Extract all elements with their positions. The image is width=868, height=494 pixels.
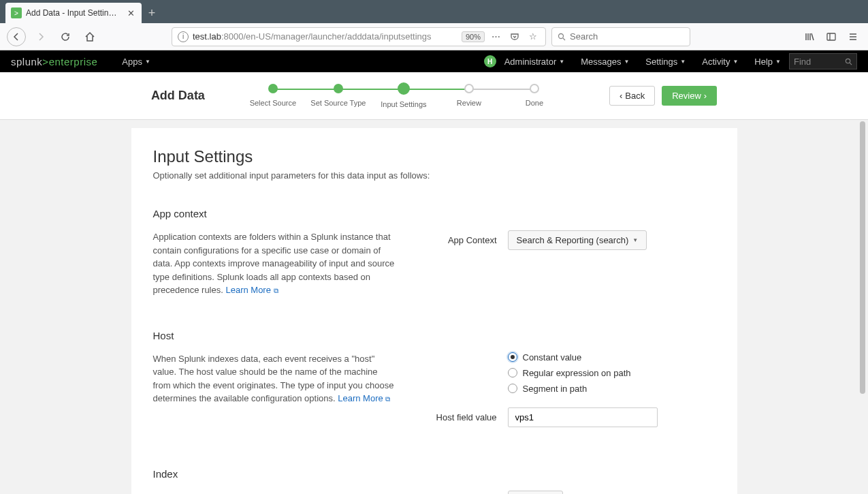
- page-subtext: Optionally set additional input paramete…: [153, 170, 716, 181]
- back-wizard-button[interactable]: ‹Back: [609, 86, 655, 106]
- content-wrapper[interactable]: Input Settings Optionally set additional…: [0, 120, 868, 494]
- user-avatar[interactable]: H: [484, 55, 496, 67]
- radio-icon: [508, 352, 517, 362]
- wizard-steps: Select Source Set Source Type Input Sett…: [240, 84, 567, 108]
- splunk-nav-bar: splunk>enterprise Apps▼ H Administrator▼…: [0, 50, 868, 72]
- section-host: Host When Splunk indexes data, each even…: [153, 330, 716, 435]
- wizard-header: Add Data Select Source Set Source Type I…: [0, 72, 868, 120]
- svg-point-7: [846, 59, 850, 63]
- page-heading: Input Settings: [153, 147, 716, 166]
- administrator-menu[interactable]: Administrator▼: [496, 50, 573, 72]
- scrollbar[interactable]: [860, 121, 867, 401]
- app-context-dropdown[interactable]: Search & Reporting (search)▼: [508, 230, 647, 250]
- svg-point-0: [559, 33, 564, 38]
- app-context-title: App context: [153, 208, 716, 219]
- new-tab-button[interactable]: +: [142, 3, 162, 23]
- help-menu[interactable]: Help▼: [746, 50, 789, 72]
- messages-menu[interactable]: Messages▼: [573, 50, 637, 72]
- radio-icon: [508, 368, 517, 377]
- host-radio-segment[interactable]: Segment in path: [508, 384, 631, 394]
- app-context-learn-more-link[interactable]: Learn More ⧉: [225, 285, 278, 295]
- find-search-icon: [845, 58, 852, 65]
- sidebar-icon[interactable]: [823, 29, 839, 45]
- site-info-icon[interactable]: i: [178, 31, 189, 42]
- search-icon: [558, 33, 566, 41]
- hamburger-menu-icon[interactable]: [845, 29, 861, 45]
- library-icon[interactable]: [801, 29, 818, 45]
- index-dropdown[interactable]: Default▼: [508, 491, 563, 495]
- wizard-title: Add Data: [151, 89, 205, 103]
- back-button[interactable]: [7, 27, 26, 46]
- tab-title: Add Data - Input Settings | Sp: [26, 8, 121, 18]
- step-select-source: Select Source: [240, 84, 306, 107]
- browser-search-input[interactable]: [570, 31, 684, 42]
- host-title: Host: [153, 330, 716, 341]
- find-box[interactable]: Find: [789, 53, 857, 70]
- activity-menu[interactable]: Activity▼: [694, 50, 746, 72]
- review-button[interactable]: Review›: [662, 86, 717, 106]
- settings-menu[interactable]: Settings▼: [637, 50, 694, 72]
- host-learn-more-link[interactable]: Learn More ⧉: [338, 393, 390, 403]
- section-app-context: App context Application contexts are fol…: [153, 208, 716, 297]
- url-bar[interactable]: i test.lab:8000/en-US/manager/launcher/a…: [172, 27, 546, 46]
- svg-line-8: [850, 63, 852, 65]
- browser-search-bar[interactable]: [551, 27, 690, 46]
- content-card: Input Settings Optionally set additional…: [131, 128, 737, 494]
- home-button[interactable]: [80, 27, 99, 46]
- host-radio-constant[interactable]: Constant value: [508, 352, 631, 362]
- index-title: Index: [153, 468, 716, 480]
- svg-rect-2: [827, 33, 835, 40]
- browser-toolbar: i test.lab:8000/en-US/manager/launcher/a…: [0, 23, 868, 50]
- tab-close-icon[interactable]: ✕: [125, 7, 136, 18]
- browser-tab[interactable]: > Add Data - Input Settings | Sp ✕: [5, 3, 142, 23]
- host-radio-regex[interactable]: Regular expression on path: [508, 368, 631, 378]
- host-field-label: Host field value: [422, 412, 497, 422]
- forward-button: [31, 27, 50, 46]
- radio-icon: [508, 384, 517, 393]
- bookmark-star-icon[interactable]: ☆: [526, 29, 540, 44]
- caret-down-icon: ▼: [632, 237, 638, 243]
- step-review: Review: [436, 84, 502, 107]
- url-text: test.lab:8000/en-US/manager/launcher/add…: [193, 31, 457, 42]
- more-icon[interactable]: ⋯: [489, 29, 503, 44]
- tab-favicon-icon: >: [11, 7, 22, 18]
- pocket-icon[interactable]: [507, 29, 522, 44]
- chevron-left-icon: ‹: [620, 91, 622, 101]
- host-description: When Splunk indexes data, each event rec…: [153, 352, 395, 435]
- step-set-source-type: Set Source Type: [306, 84, 371, 107]
- step-done: Done: [502, 84, 567, 107]
- host-field-input[interactable]: [508, 407, 658, 427]
- chevron-right-icon: ›: [704, 91, 707, 101]
- reload-button[interactable]: [56, 27, 75, 46]
- apps-menu[interactable]: Apps▼: [114, 50, 159, 72]
- external-link-icon: ⧉: [385, 395, 390, 403]
- browser-tab-bar: > Add Data - Input Settings | Sp ✕ +: [0, 0, 868, 23]
- zoom-badge[interactable]: 90%: [462, 31, 485, 42]
- external-link-icon: ⧉: [274, 287, 278, 294]
- index-description: Splunk stores incoming data as events in…: [153, 491, 395, 495]
- section-index: Index Splunk stores incoming data as eve…: [153, 468, 716, 495]
- step-input-settings: Input Settings: [371, 84, 436, 108]
- find-placeholder: Find: [794, 57, 811, 67]
- app-context-description: Application contexts are folders within …: [153, 230, 395, 297]
- svg-line-1: [563, 38, 565, 40]
- splunk-logo[interactable]: splunk>enterprise: [11, 56, 97, 67]
- app-context-label: App Context: [422, 235, 497, 245]
